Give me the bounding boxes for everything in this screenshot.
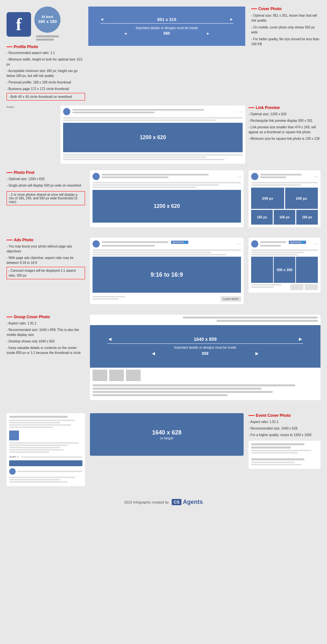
event-center: 1640 x 628 or larger xyxy=(90,413,244,489)
event-right-lines xyxy=(249,441,320,469)
posts-left-spacer: Posts xyxy=(7,105,57,164)
grid-cell-249-1: 249 px xyxy=(251,188,284,209)
ad2-btn-2 xyxy=(305,284,318,290)
profile-photo-label: Profile Photo xyxy=(14,45,38,49)
cover-photo-label: Cover Photo xyxy=(258,7,282,11)
event-section: SORT 2 1640 x 628 or larger xyxy=(0,410,327,492)
post-image-1: 1200 x 620 xyxy=(63,123,243,152)
ad1-footer-lines xyxy=(93,296,125,301)
multi-post-note: - 2 or more photos shared at once will d… xyxy=(7,191,85,205)
event-notes: - Aspect ratio: 1.91:1 - Recommended siz… xyxy=(249,419,320,437)
photo-post-label: Photo Post xyxy=(14,170,34,175)
ad1-header: Sponsored 🌐 ··· xyxy=(93,240,241,248)
ad1-dots: ··· xyxy=(237,241,241,247)
ad-card-2: Sponsored 🌐 ··· 300 x xyxy=(249,238,320,293)
post-bottom-lines xyxy=(63,154,243,160)
event-cover-image: 1640 x 628 or larger xyxy=(90,413,244,456)
ads-notes: - You may boost your photo without page … xyxy=(7,244,85,279)
learn-more-btn-1[interactable]: Learn More xyxy=(221,296,241,302)
group-bottom-area xyxy=(90,368,320,383)
group-section: Group Cover Photo - Aspect ratio: 1.91:1… xyxy=(0,311,327,406)
event-left: SORT 2 xyxy=(7,413,85,489)
photo-post-left: Photo Post - Optimal size: 1200 x 620 - … xyxy=(7,170,85,227)
group-cover-image: ◄ 1640 x 859 ► Important details or desi… xyxy=(90,325,320,368)
cs-badge: CS xyxy=(172,499,181,505)
profile-photo-label-row: Profile Photo xyxy=(7,45,85,49)
ad2-avatar xyxy=(251,240,258,248)
group-top-lines xyxy=(90,315,320,325)
multi-grid-bottom: 166 px 166 px 166 px xyxy=(251,210,318,225)
ad1-footer: Learn More xyxy=(93,295,241,302)
post-avatar-1 xyxy=(63,108,70,115)
ad2-footer xyxy=(251,284,318,290)
sponsored-badge-2: Sponsored 🌐 xyxy=(289,241,306,244)
multi-grid-top: 249 px 249 px xyxy=(251,188,318,209)
sponsored-badge-1: Sponsored 🌐 xyxy=(171,241,188,244)
event-icon-box xyxy=(9,431,19,440)
photo-post-dots: ··· xyxy=(237,174,241,179)
photo-post-center: ··· 1200 x 620 xyxy=(90,170,244,227)
posts-label: Posts xyxy=(7,105,57,109)
main-container: f At least 180 x 180 Profile Photo xyxy=(0,0,327,515)
group-left: Group Cover Photo - Aspect ratio: 1.91:1… xyxy=(7,315,85,403)
ad2-col3 xyxy=(296,257,318,283)
photo-post-label-row: Photo Post xyxy=(7,170,85,175)
cover-photo-notes: - Optimal size: 851 x 351, lesser than t… xyxy=(251,13,320,46)
right-column: Cover Photo - Optimal size: 851 x 351, l… xyxy=(249,7,320,48)
photo-post-notes: - Optimal size: 1200 x 620 - Single phot… xyxy=(7,176,85,188)
fb-logo-area: f At least 180 x 180 xyxy=(7,7,85,42)
ad1-image: 9:16 to 16:9 xyxy=(93,257,241,293)
grid-cell-166-2: 166 px xyxy=(274,210,295,225)
profile-lines xyxy=(36,35,59,42)
event-sort-row: SORT 2 xyxy=(9,455,82,458)
post1-container: ··· 1200 x 620 xyxy=(60,105,245,164)
agents-text: Agents xyxy=(183,499,203,506)
cs-agents-logo: CS Agents xyxy=(172,499,203,506)
cover-inner-dimension: 560 xyxy=(164,31,170,36)
link-preview-col: Link Preview - Optimal size: 1200 x 620 … xyxy=(249,105,320,164)
ads-section: Ads Photo - You may boost your photo wit… xyxy=(0,234,327,307)
profile-circle: At least 180 x 180 xyxy=(34,7,60,33)
ad1-name-lines: Sponsored 🌐 xyxy=(102,241,235,248)
group-label-row: Group Cover Photo xyxy=(7,315,85,319)
ad1-avatar xyxy=(93,240,100,248)
profile-red-box: - Both 40 x 40 circle thumbnail on newsf… xyxy=(7,93,85,101)
profile-notes: - Recommended aspect ratio: 1:1 - Minimu… xyxy=(7,50,85,101)
cover-photo-box: ◄ 851 x 315 ► Important details or desig… xyxy=(88,7,245,46)
cover-inner-text: Important details or designs must be ins… xyxy=(136,26,198,30)
left-column: f At least 180 x 180 Profile Photo xyxy=(7,7,85,101)
ad2-name-lines: Sponsored 🌐 xyxy=(260,241,312,248)
cover-dimension: 851 x 315 xyxy=(157,17,176,22)
event-avatar-row xyxy=(9,468,82,475)
ads-label-row: Ads Photo xyxy=(7,238,85,242)
post-header-1: ··· xyxy=(63,108,243,115)
event-right: Event Cover Photo - Aspect ratio: 1.91:1… xyxy=(249,413,320,489)
ads-right: Sponsored 🌐 ··· 300 x xyxy=(249,238,320,304)
ad2-dots: ··· xyxy=(314,241,318,247)
link-preview-label-row: Link Preview xyxy=(249,105,320,110)
ad2-col1 xyxy=(251,257,273,283)
grid-cell-166-3: 166 px xyxy=(296,210,318,225)
grid-cell-166-1: 166 px xyxy=(251,210,273,225)
group-notes: - Aspect ratio: 1.91:1 - Recommended siz… xyxy=(7,321,85,355)
multi-photo-card: ··· 249 px 249 px 166 px 166 px 166 px xyxy=(249,170,320,227)
post-card-1: ··· 1200 x 620 xyxy=(60,105,245,164)
link-preview-notes: - Optimal size: 1200 x 620 - Rectangular… xyxy=(249,112,320,141)
group-cover-wrapper: ◄ 1640 x 859 ► Important details or desi… xyxy=(90,315,320,400)
event-sub-text: or larger xyxy=(160,436,174,440)
event-label: Event Cover Photo xyxy=(256,413,291,418)
group-label: Group Cover Photo xyxy=(14,315,50,319)
group-thumb-3 xyxy=(126,370,141,381)
post-name-lines-1 xyxy=(72,109,237,114)
grid-cell-249-2: 249 px xyxy=(285,188,318,209)
photo-post-card: ··· 1200 x 620 xyxy=(90,170,244,227)
photo-post-text xyxy=(93,182,241,188)
group-thumb-1 xyxy=(93,370,107,381)
photo-post-header: ··· xyxy=(93,173,241,180)
multi-photo-avatar xyxy=(251,173,258,180)
photo-post-name-lines xyxy=(102,174,235,179)
facebook-logo: f xyxy=(7,12,31,37)
footer: 2019 Infographic created by CS Agents xyxy=(0,492,327,512)
multi-photo-text xyxy=(251,182,318,186)
ad2-carousel: 300 x 300 xyxy=(251,257,318,283)
